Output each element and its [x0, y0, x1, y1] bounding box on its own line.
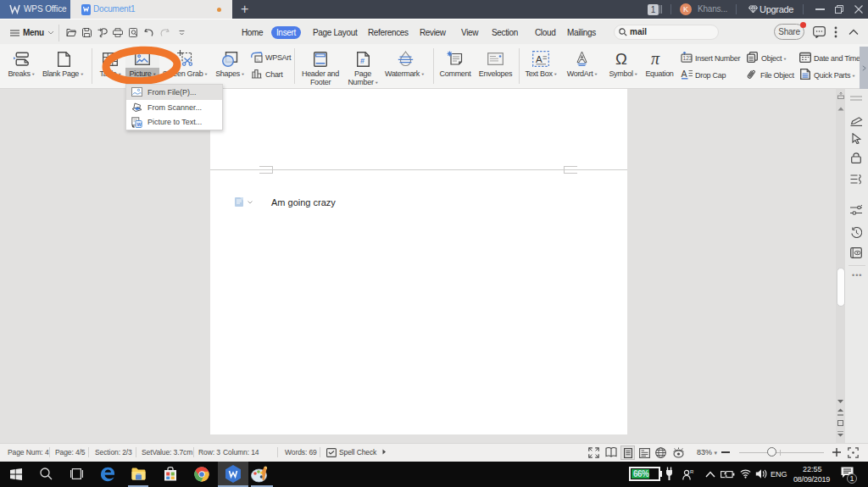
- svg-text:R: R: [690, 469, 694, 474]
- svg-text:A: A: [536, 54, 542, 64]
- svg-text:W: W: [137, 122, 142, 127]
- svg-text:123: 123: [683, 55, 693, 61]
- svg-text:Ω: Ω: [615, 51, 627, 67]
- svg-text:π: π: [651, 51, 660, 67]
- svg-text:#: #: [360, 57, 364, 65]
- svg-text:A: A: [682, 69, 687, 79]
